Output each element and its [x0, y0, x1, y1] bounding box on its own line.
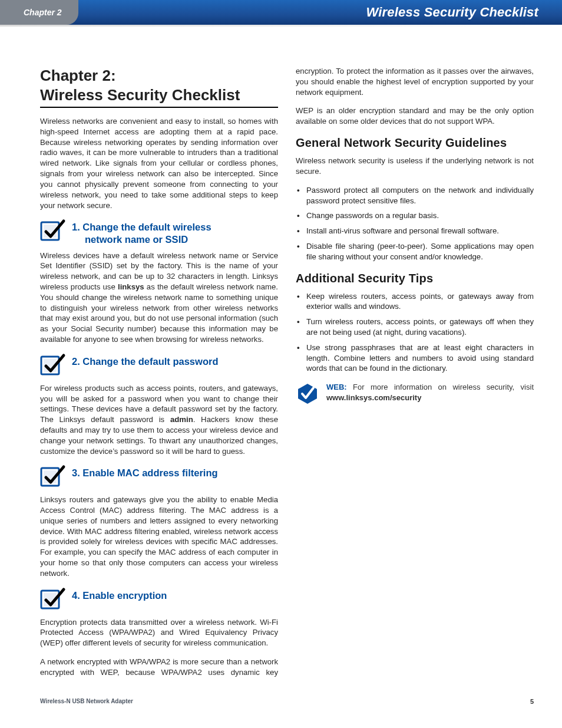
step-3-body: Linksys routers and gateways give you th… [40, 495, 278, 579]
page-header: Chapter 2 Wireless Security Checklist [0, 0, 562, 25]
intro-paragraph: Wireless networks are convenient and eas… [40, 116, 278, 210]
footer-page-number: 5 [530, 697, 534, 706]
check-icon [40, 353, 66, 378]
footer-product: Wireless-N USB Network Adapter [40, 697, 133, 706]
additional-tips-list: Keep wireless routers, access points, or… [296, 291, 534, 374]
list-item: Disable file sharing (peer-to-peer). Som… [296, 241, 534, 262]
step-4-heading: 4. Enable encryption [40, 587, 278, 612]
title-line-2: Wireless Security Checklist [40, 86, 240, 104]
step-1-heading: 1. Change the default wireless network n… [40, 219, 278, 245]
step-2-heading: 2. Change the default password [40, 353, 278, 378]
step-1-body: Wireless devices have a default wireless… [40, 251, 278, 345]
general-guidelines-heading: General Network Security Guidelines [296, 135, 534, 151]
page-footer: Wireless-N USB Network Adapter 5 [0, 694, 562, 713]
web-label: WEB: [326, 383, 347, 391]
list-item: Install anti-virus software and personal… [296, 226, 534, 236]
title-line-1: Chapter 2: [40, 67, 116, 84]
step-3-title: 3. Enable MAC address filtering [72, 465, 218, 479]
list-item: Use strong passphrases that are at least… [296, 342, 534, 374]
general-guidelines-lead: Wireless network security is useless if … [296, 156, 534, 177]
web-check-icon [296, 382, 319, 407]
step-2-body: For wireless products such as access poi… [40, 383, 278, 457]
web-note-text: WEB: For more information on wireless se… [326, 382, 534, 403]
step-4-body-1: Encryption protects data transmitted ove… [40, 617, 278, 648]
additional-tips-heading: Additional Security Tips [296, 271, 534, 286]
page-title: Chapter 2: Wireless Security Checklist [40, 66, 278, 108]
check-icon [40, 587, 66, 612]
check-icon [40, 219, 66, 244]
chapter-label: Chapter 2 [24, 7, 62, 18]
list-item: Change passwords on a regular basis. [296, 210, 534, 221]
list-item: Keep wireless routers, access points, or… [296, 291, 534, 312]
step-4-body-3: WEP is an older encryption standard and … [296, 106, 534, 127]
list-item: Turn wireless routers, access points, or… [296, 317, 534, 338]
page-body: Chapter 2: Wireless Security Checklist W… [0, 25, 562, 694]
step-3-heading: 3. Enable MAC address filtering [40, 465, 278, 490]
doc-section-title: Wireless Security Checklist [366, 4, 538, 21]
list-item: Password protect all computers on the ne… [296, 185, 534, 206]
step-2-title: 2. Change the default password [72, 353, 218, 368]
chapter-tab: Chapter 2 [0, 0, 78, 25]
step-4-title: 4. Enable encryption [72, 587, 167, 602]
general-guidelines-list: Password protect all computers on the ne… [296, 185, 534, 262]
web-note: WEB: For more information on wireless se… [296, 382, 534, 407]
step-1-title: 1. Change the default wireless network n… [72, 219, 211, 245]
web-link[interactable]: www.linksys.com/security [326, 393, 421, 402]
check-icon [40, 465, 66, 490]
